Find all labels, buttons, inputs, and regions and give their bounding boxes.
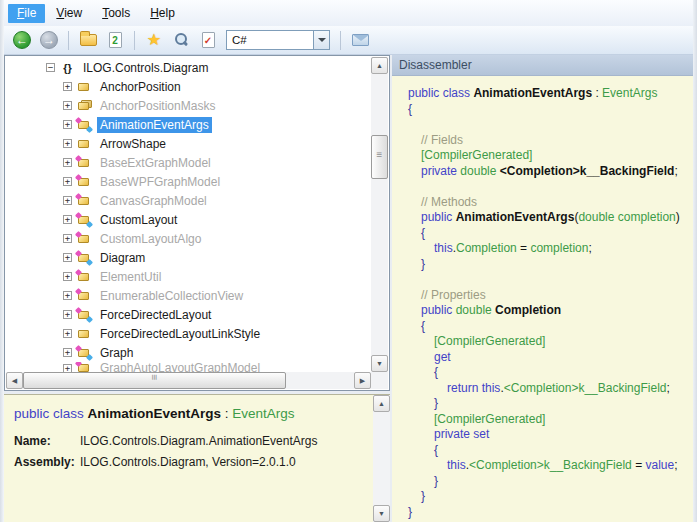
menu-view[interactable]: View <box>47 4 91 23</box>
expand-icon[interactable]: + <box>63 348 72 357</box>
tree-item-anchorposition[interactable]: +AnchorPosition <box>6 77 371 96</box>
tree-item-elementutil[interactable]: +ElementUtil <box>6 267 371 286</box>
code-line: [CompilerGenerated] <box>408 334 693 350</box>
scroll-up-button[interactable]: ▲ <box>371 57 388 74</box>
tree-item-graphautolayoutgraphmodel[interactable]: +GraphAutoLayoutGraphModel <box>6 362 371 372</box>
code-segment-type: double <box>578 210 617 224</box>
expand-icon[interactable]: + <box>63 158 72 167</box>
expand-icon[interactable]: + <box>63 234 72 243</box>
detail-label: Name: <box>14 431 80 452</box>
scroll-left-button[interactable]: ◀ <box>6 372 23 389</box>
tree-item-label: ForceDirectedLayoutLinkStyle <box>97 326 263 342</box>
expand-icon[interactable]: + <box>63 364 72 373</box>
code-segment-type: completion <box>530 241 588 255</box>
expand-icon[interactable]: + <box>63 291 72 300</box>
code-segment-plain: ; <box>674 164 677 178</box>
tree-item-animationeventargs[interactable]: +AnimationEventArgs <box>6 115 371 134</box>
code-segment-comment: // Properties <box>421 288 486 302</box>
scroll-down-button[interactable]: ▼ <box>373 505 390 522</box>
open-folder-button[interactable] <box>76 28 100 52</box>
menu-help[interactable]: Help <box>141 4 184 23</box>
tree-item-arrowshape[interactable]: +ArrowShape <box>6 134 371 153</box>
tree-item-forcedirectedlayoutlinkstyle[interactable]: +ForceDirectedLayoutLinkStyle <box>6 324 371 343</box>
tree-item-label: ILOG.Controls.Diagram <box>80 60 211 76</box>
scroll-right-button[interactable]: ▶ <box>354 372 371 389</box>
expand-icon[interactable]: + <box>63 253 72 262</box>
expand-icon[interactable]: + <box>63 82 72 91</box>
menu-tools[interactable]: Tools <box>93 4 139 23</box>
toolbar-separator <box>134 31 135 50</box>
code-line: public double Completion <box>408 303 693 319</box>
code-segment-type: [CompilerGenerated] <box>421 148 532 162</box>
tree-vscroll-thumb[interactable] <box>371 135 388 179</box>
code-segment-kw: public class <box>408 86 473 100</box>
assembly-tree: −{}ILOG.Controls.Diagram+AnchorPosition+… <box>6 58 371 372</box>
expand-icon[interactable]: + <box>63 329 72 338</box>
tree-vertical-scrollbar[interactable]: ▲ ▼ <box>371 57 388 372</box>
tree-item-diagram[interactable]: +Diagram <box>6 248 371 267</box>
scrollbar-corner <box>371 372 388 389</box>
search-icon <box>173 32 189 48</box>
tree-item-customlayoutalgo[interactable]: +CustomLayoutAlgo <box>6 229 371 248</box>
expand-icon[interactable]: + <box>63 310 72 319</box>
expand-icon[interactable]: + <box>63 272 72 281</box>
chevron-down-icon[interactable] <box>313 31 329 49</box>
verify-button[interactable]: ✓ <box>196 28 220 52</box>
code-line: private set <box>408 427 693 443</box>
code-segment-kw: this <box>434 241 453 255</box>
code-line <box>408 117 693 133</box>
code-segment-plain: : <box>221 406 232 421</box>
expand-icon[interactable]: + <box>63 101 72 110</box>
menu-file[interactable]: File <box>8 4 45 23</box>
tree-hscroll-thumb[interactable] <box>23 372 286 389</box>
refresh-assemblies-button[interactable]: 2 <box>103 28 127 52</box>
expand-icon[interactable]: + <box>63 215 72 224</box>
tree-item-label: AnimationEventArgs <box>97 117 212 133</box>
forward-button[interactable]: → <box>37 28 61 52</box>
star-icon: ★ <box>147 32 161 48</box>
toolbar: ← → 2 ★ ✓ C# <box>4 26 693 55</box>
search-button[interactable] <box>169 28 193 52</box>
spark2-class-icon <box>76 175 93 189</box>
tree-item-ilog.controls.diagram[interactable]: −{}ILOG.Controls.Diagram <box>6 58 371 77</box>
expand-icon[interactable]: + <box>63 196 72 205</box>
tree-item-customlayout[interactable]: +CustomLayout <box>6 210 371 229</box>
code-line: { <box>408 226 693 242</box>
reflector-window: FileViewToolsHelp ← → 2 ★ ✓ C# −{}ILOG.C… <box>0 0 697 522</box>
tree-item-forcedirectedlayout[interactable]: +ForceDirectedLayout <box>6 305 371 324</box>
scroll-down-button[interactable]: ▼ <box>371 355 388 372</box>
expand-icon[interactable]: + <box>63 139 72 148</box>
code-line: // Fields <box>408 133 693 149</box>
tree-horizontal-scrollbar[interactable]: ◀ ▶ <box>6 372 371 389</box>
code-segment-brace: } <box>434 396 438 410</box>
code-segment-type: <Completion>k__BackingField <box>469 458 632 472</box>
send-button[interactable] <box>348 28 372 52</box>
expand-icon[interactable]: + <box>63 177 72 186</box>
language-select[interactable]: C# <box>226 30 330 50</box>
collapse-icon[interactable]: − <box>46 63 55 72</box>
code-segment-brace: { <box>421 226 425 240</box>
tree-item-label: AnchorPositionMasks <box>97 98 218 114</box>
tree-item-anchorpositionmasks[interactable]: +AnchorPositionMasks <box>6 96 371 115</box>
cube-stack-class-icon <box>76 99 93 113</box>
tree-item-canvasgraphmodel[interactable]: +CanvasGraphModel <box>6 191 371 210</box>
tree-item-baseextgraphmodel[interactable]: +BaseExtGraphModel <box>6 153 371 172</box>
code-segment-decl: AnimationEventArgs <box>473 86 592 100</box>
scroll-up-button[interactable]: ▲ <box>373 395 390 412</box>
code-segment-kw: value <box>645 458 674 472</box>
tree-item-graph[interactable]: +Graph <box>6 343 371 362</box>
code-segment-plain: : <box>592 86 602 100</box>
code-segment-plain: = <box>632 458 646 472</box>
favorites-button[interactable]: ★ <box>142 28 166 52</box>
expand-icon[interactable]: + <box>63 120 72 129</box>
code-segment-type: EventArgs <box>602 86 657 100</box>
spark-class-icon <box>76 308 93 322</box>
back-button[interactable]: ← <box>10 28 34 52</box>
tree-item-enumerablecollectionview[interactable]: +EnumerableCollectionView <box>6 286 371 305</box>
refresh-assemblies-icon: 2 <box>109 32 122 48</box>
tree-item-label: ForceDirectedLayout <box>97 307 214 323</box>
tree-item-basewpfgraphmodel[interactable]: +BaseWPFGraphModel <box>6 172 371 191</box>
details-vertical-scrollbar[interactable]: ▲ ▼ <box>373 395 390 522</box>
spark2-class-icon <box>76 156 93 170</box>
code-line: } <box>408 396 693 412</box>
